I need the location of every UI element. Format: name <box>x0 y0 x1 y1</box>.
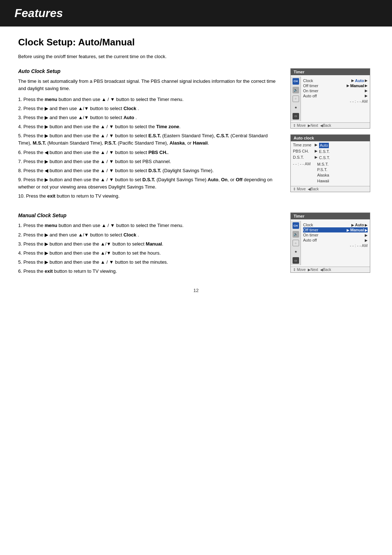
menu-items-col-1: Clock ▶ Auto ▶ Off timer ▶ Manual ▶ <box>301 77 370 121</box>
manual-step-1: 1. Press the menu button and then use ▲ … <box>18 222 279 229</box>
manual-step-6: 6. Press the exit button to return to TV… <box>18 268 279 275</box>
step-2: 2. Press the ▶ and then use ▲/▼ button t… <box>18 105 279 112</box>
speaker-icon-2: 🔊 <box>293 231 299 238</box>
manual-step-5: 5. Press the ▶ button and then use the ▲… <box>18 259 279 266</box>
intro-text: Before using the on/off timer features, … <box>18 53 236 60</box>
manual-clock-section: Manual Clock Setup 1. Press the menu but… <box>18 212 374 277</box>
manual-step-2: 2. Press the ▶ and then use ▲/▼ button t… <box>18 231 279 239</box>
menu-footer-1: ⇕ Move ▶Next ◀Back <box>291 122 370 128</box>
menu-row-clock-2: Clock ▶ Auto ▶ <box>303 222 368 227</box>
screen-icon-1: ▭ <box>293 113 299 119</box>
header-title: Features <box>15 7 377 20</box>
manual-step-3: 3. Press the ▶ button and then use the ▲… <box>18 240 279 248</box>
page-title: Clock Setup: Auto/Manual <box>18 37 374 48</box>
manual-clock-text: Manual Clock Setup 1. Press the menu but… <box>18 212 279 277</box>
menu-row-ontimer-2: On timer ▶ <box>303 232 368 238</box>
autoclock-row-pbsch: PBS CH. ▶ E.S.T. <box>293 149 368 154</box>
circle-icon-2: ○ <box>293 240 299 246</box>
autoclock-row-dst: D.S.T. ▶ C.S.T. <box>293 155 368 161</box>
autoclock-row-timezone: Time zone ▶ Auto <box>293 143 368 148</box>
circle-icon-1: ○ <box>293 96 299 102</box>
star-icon-1: ★ <box>293 104 299 111</box>
manual-step-4: 4. Press the ▶ button and then use the ▲… <box>18 250 279 257</box>
menu-time-2: - - : - - AM <box>303 243 368 248</box>
star-icon-2: ★ <box>293 248 299 255</box>
step-5: 5. Press the ▶ button and then use the ▲… <box>18 132 279 147</box>
auto-clock-heading: Auto Clock Setup <box>18 68 279 74</box>
step-8: 8. Press the ◀ button and then use the ▲… <box>18 167 279 174</box>
manual-clock-diagram: Timer CH 🔊 ○ ★ ▭ Clock <box>290 212 374 273</box>
manual-clock-heading: Manual Clock Setup <box>18 212 279 218</box>
timer-menu-box-2: Timer CH 🔊 ○ ★ ▭ Clock <box>290 212 370 273</box>
menu-row-offtimer-1: Off timer ▶ Manual ▶ <box>303 83 368 88</box>
menu-row-autooff-1: Auto off ▶ <box>303 93 368 98</box>
step-4: 4. Press the ▶ button and then use the ▲… <box>18 123 279 130</box>
step-6: 6. Press the ◀ button and then use the ▲… <box>18 149 279 156</box>
auto-clock-para: The time is set automatically from a PBS… <box>18 78 279 92</box>
page-content: Clock Setup: Auto/Manual Before using th… <box>0 37 392 308</box>
step-1: 1. Press the menu button and then use ▲ … <box>18 96 279 103</box>
ch-icon-2: CH <box>293 222 299 229</box>
ch-icon-1: CH <box>293 78 299 85</box>
header-banner: Features <box>0 0 392 27</box>
page-number: 12 <box>18 288 374 293</box>
autoclock-menu-box: Auto clock Time zone ▶ Auto PBS CH. ▶ <box>290 134 370 193</box>
timer-menu-title-2: Timer <box>291 213 370 219</box>
menu-icons-col-2: CH 🔊 ○ ★ ▭ <box>291 221 301 265</box>
timer-menu-body-2: CH 🔊 ○ ★ ▭ Clock ▶ Auto ▶ <box>291 219 370 267</box>
menu-icons-col-1: CH 🔊 ○ ★ ▭ <box>291 77 301 121</box>
step-7: 7. Press the ▶ button and then use the ▲… <box>18 158 279 165</box>
manual-clock-steps: 1. Press the menu button and then use ▲ … <box>18 222 279 275</box>
menu-row-clock-1: Clock ▶ Auto ▶ <box>303 78 368 83</box>
menu-items-col-2: Clock ▶ Auto ▶ Off timer ▶ Manual ▶ <box>301 221 370 265</box>
timer-menu-body-1: CH 🔊 ○ ★ ▭ Clock ▶ Auto ▶ <box>291 75 370 122</box>
menu-time-1: - - : - - AM <box>303 98 368 104</box>
menu-row-ontimer-1: On timer ▶ <box>303 88 368 93</box>
step-10: 10. Press the exit button to return to T… <box>18 193 279 200</box>
autoclock-footer: ⇕ Move ◀Back <box>291 186 370 192</box>
auto-clock-text: Auto Clock Setup The time is set automat… <box>18 68 279 202</box>
step-3: 3. Press the ▶ and then use ▲/▼ button t… <box>18 114 279 121</box>
auto-clock-section: Auto Clock Setup The time is set automat… <box>18 68 374 202</box>
autoclock-menu-title: Auto clock <box>291 135 370 141</box>
screen-icon-2: ▭ <box>293 257 299 264</box>
auto-clock-diagrams: Timer CH 🔊 ○ ★ ▭ Clock <box>290 68 374 193</box>
autoclock-body: Time zone ▶ Auto PBS CH. ▶ E.S.T. <box>291 141 370 186</box>
speaker-icon-1: 🔊 <box>293 87 299 93</box>
timer-menu-title-1: Timer <box>291 69 370 75</box>
auto-clock-steps: 1. Press the menu button and then use ▲ … <box>18 96 279 200</box>
autoclock-row-time: - - : - - AM M.S.T. P.S.T. Alaska Hawaii <box>293 162 368 184</box>
menu-row-autooff-2: Auto off ▶ <box>303 238 368 243</box>
menu-footer-2: ⇕ Move ▶Next ◀Back <box>291 267 370 272</box>
step-9: 9. Press the ▶ button and then use the ▲… <box>18 176 279 191</box>
timer-menu-box-1: Timer CH 🔊 ○ ★ ▭ Clock <box>290 68 370 129</box>
menu-row-offtimer-2: Off timer ▶ Manual ▶ <box>303 227 368 232</box>
